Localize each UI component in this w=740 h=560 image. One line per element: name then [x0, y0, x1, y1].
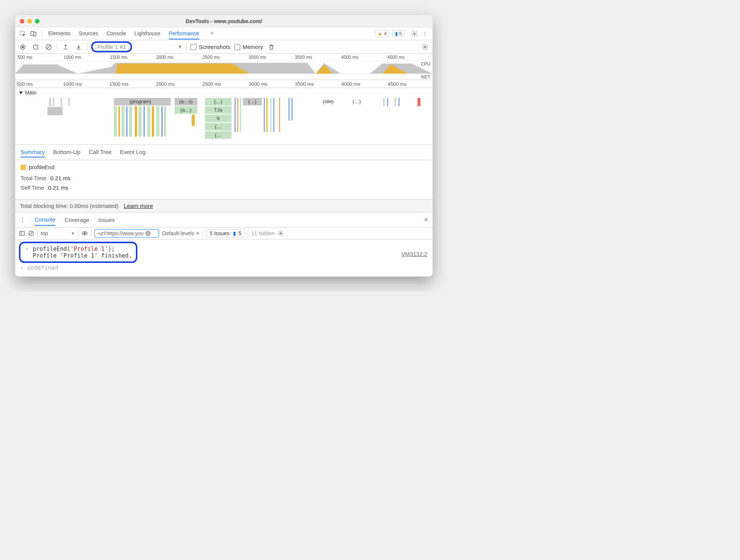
- hidden-count[interactable]: 11 hidden: [251, 230, 275, 236]
- profile-selector-highlight[interactable]: Profile 1 #1: [91, 41, 132, 52]
- drawer-tab-issues[interactable]: Issues: [98, 214, 115, 225]
- net-overview: NET: [15, 74, 433, 80]
- svg-rect-27: [164, 106, 166, 137]
- timeline-overview[interactable]: 500 ms 1000 ms 1500 ms 2000 ms 2500 ms 3…: [15, 54, 433, 80]
- svg-rect-2: [34, 33, 36, 36]
- tab-lighthouse[interactable]: Lighthouse: [134, 28, 161, 39]
- svg-text:TJa: TJa: [214, 107, 222, 113]
- svg-point-67: [84, 233, 85, 234]
- separator: [78, 230, 78, 237]
- reload-record-button[interactable]: [31, 42, 40, 52]
- cpu-overview: CPU: [15, 61, 433, 74]
- detail-pane-tabs: Summary Bottom-Up Call Tree Event Log: [15, 145, 433, 160]
- subtab-call-tree[interactable]: Call Tree: [89, 147, 112, 157]
- svg-text:b: b: [217, 115, 219, 121]
- svg-rect-17: [121, 106, 124, 137]
- tab-sources[interactable]: Sources: [79, 28, 98, 39]
- inspect-icon[interactable]: [18, 29, 27, 38]
- filter-text: -url:https://www.you: [97, 230, 143, 236]
- svg-text:(…): (…): [353, 99, 361, 104]
- svg-rect-16: [118, 106, 120, 137]
- memory-label: Memory: [242, 44, 263, 50]
- svg-rect-26: [161, 106, 163, 137]
- live-expression-icon[interactable]: [81, 230, 88, 237]
- drawer-tab-console[interactable]: Console: [35, 214, 55, 226]
- log-message: Profile 'Profile 1' finished.: [33, 252, 132, 259]
- svg-text:(program): (program): [129, 99, 151, 104]
- kebab-menu-icon[interactable]: ⋮: [420, 29, 430, 38]
- upload-icon[interactable]: [61, 42, 70, 52]
- perf-settings-icon[interactable]: [420, 42, 430, 52]
- svg-rect-15: [114, 106, 117, 137]
- console-input-line: › profileEnd('Profile 1');: [24, 245, 132, 252]
- console-highlight: › profileEnd('Profile 1'); Profile 'Prof…: [19, 242, 137, 263]
- chevron-down-icon: ▼: [71, 231, 75, 236]
- messages-count: 5: [399, 31, 402, 36]
- svg-point-3: [414, 33, 416, 35]
- svg-rect-12: [47, 107, 63, 115]
- svg-rect-60: [387, 98, 388, 106]
- separator: [248, 230, 248, 237]
- chevron-down-icon: ▼: [195, 231, 200, 236]
- gc-icon[interactable]: [267, 42, 276, 52]
- panel-tabs: Elements Sources Console Lighthouse Perf…: [48, 28, 217, 39]
- console-settings-icon[interactable]: [278, 230, 284, 236]
- svg-text:(a…s): (a…s): [179, 99, 192, 104]
- context-selector[interactable]: top ▼: [41, 230, 75, 236]
- more-tabs-icon[interactable]: »: [208, 28, 217, 37]
- console-toolbar: top ▼ -url:https://www.you × Default lev…: [15, 228, 433, 239]
- maximize-window-icon[interactable]: [35, 19, 39, 24]
- svg-text:(…: (…: [215, 124, 221, 129]
- subtab-event-log[interactable]: Event Log: [120, 147, 146, 157]
- separator: [42, 30, 42, 37]
- flame-chart[interactable]: (program): [15, 88, 433, 145]
- return-prompt-icon: ‹: [19, 264, 24, 271]
- main-thread-track[interactable]: ▼ Main (program): [15, 88, 433, 145]
- scripting-swatch-icon: [20, 165, 26, 170]
- tab-console[interactable]: Console: [107, 28, 126, 39]
- drawer-tabs: ⋮ Console Coverage Issues ×: [15, 212, 433, 228]
- tab-performance[interactable]: Performance: [169, 28, 199, 39]
- clear-button[interactable]: [44, 42, 53, 52]
- log-levels-dropdown[interactable]: Default levels▼: [162, 230, 200, 236]
- message-icon: ▮: [395, 31, 398, 36]
- console-sidebar-toggle-icon[interactable]: [19, 230, 25, 236]
- device-toggle-icon[interactable]: [29, 29, 38, 38]
- svg-rect-54: [291, 98, 293, 121]
- close-window-icon[interactable]: [20, 19, 24, 24]
- memory-checkbox[interactable]: Memory: [234, 44, 263, 50]
- svg-rect-24: [152, 106, 154, 137]
- messages-badge[interactable]: ▮ 5: [392, 30, 405, 37]
- window-title: DevTools - www.youtube.com/: [15, 18, 433, 24]
- tbt-text: Total blocking time: 0.00ms (estimated): [20, 203, 118, 209]
- drawer-tab-coverage[interactable]: Coverage: [65, 214, 89, 225]
- settings-icon[interactable]: [410, 29, 419, 38]
- svg-rect-10: [61, 98, 62, 106]
- subtab-summary[interactable]: Summary: [20, 147, 45, 157]
- separator: [203, 230, 203, 237]
- svg-rect-23: [147, 106, 150, 137]
- console-output[interactable]: › profileEnd('Profile 1'); Profile 'Prof…: [15, 239, 433, 277]
- svg-rect-8: [49, 98, 51, 106]
- timeline-detail[interactable]: 500 ms 1000 ms 1500 ms 2000 ms 2500 ms 3…: [15, 80, 433, 145]
- record-button[interactable]: [18, 42, 27, 52]
- perf-toolbar: Profile 1 #1 ▼ Screenshots Memory: [15, 40, 433, 54]
- subtab-bottom-up[interactable]: Bottom-Up: [53, 147, 80, 157]
- screenshots-checkbox[interactable]: Screenshots: [191, 44, 230, 50]
- learn-more-link[interactable]: Learn more: [124, 203, 153, 209]
- tab-elements[interactable]: Elements: [48, 28, 70, 39]
- console-filter-input[interactable]: -url:https://www.you ×: [94, 229, 159, 238]
- source-link[interactable]: VM3132:2: [401, 251, 427, 257]
- svg-text:(…: (…: [215, 132, 221, 138]
- svg-point-68: [280, 233, 282, 234]
- clear-console-icon[interactable]: [28, 230, 34, 236]
- svg-rect-59: [383, 98, 384, 106]
- warnings-badge[interactable]: ▲ 4: [375, 30, 389, 37]
- drawer-menu-icon[interactable]: ⋮: [20, 217, 25, 223]
- dropdown-caret-icon[interactable]: ▼: [178, 44, 183, 50]
- close-drawer-icon[interactable]: ×: [424, 216, 428, 224]
- issues-counter[interactable]: 5 Issues: ▮ 5: [206, 229, 245, 238]
- minimize-window-icon[interactable]: [27, 19, 32, 24]
- clear-filter-icon[interactable]: ×: [145, 231, 151, 236]
- download-icon[interactable]: [74, 42, 83, 52]
